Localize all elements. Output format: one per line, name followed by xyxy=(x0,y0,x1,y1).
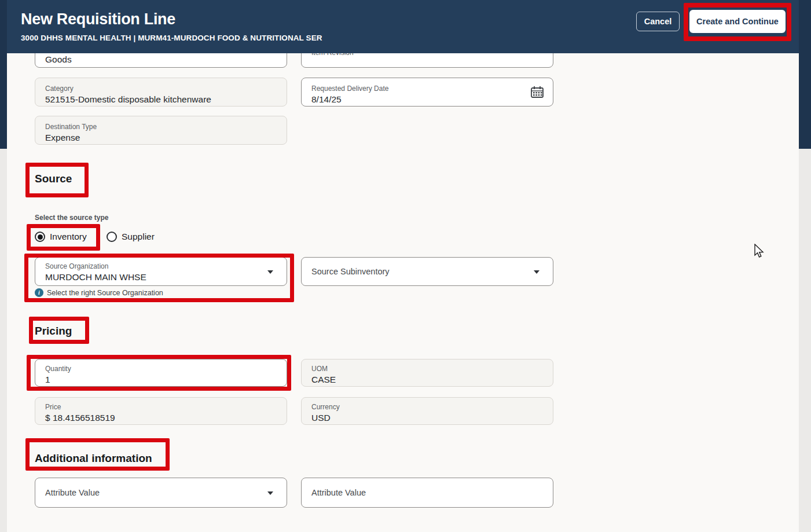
price-field: Price $ 18.4156518519 xyxy=(35,397,287,425)
attribute-value-field[interactable]: Attribute Value xyxy=(301,478,553,508)
currency-field: Currency USD xyxy=(301,397,553,425)
info-icon: i xyxy=(35,288,43,297)
price-value: $ 18.4156518519 xyxy=(45,413,115,423)
attribute-value-dropdown[interactable]: Attribute Value xyxy=(35,478,287,508)
calendar-icon[interactable] xyxy=(530,86,544,98)
radio-supplier-control[interactable] xyxy=(107,232,117,242)
new-requisition-line-page: Goods Item Revision Category 521515-Dome… xyxy=(0,0,811,532)
radio-selected-dot xyxy=(38,234,43,240)
requested-delivery-date-field[interactable]: Requested Delivery Date 8/14/25 xyxy=(301,78,553,107)
radio-inventory[interactable]: Inventory xyxy=(35,232,87,242)
radio-supplier[interactable]: Supplier xyxy=(107,232,155,242)
mouse-pointer xyxy=(754,244,765,259)
uom-field: UOM CASE xyxy=(301,359,553,387)
modal-header: New Requisition Line 3000 DHHS MENTAL HE… xyxy=(7,0,799,53)
category-field: Category 521515-Domestic disposable kitc… xyxy=(35,78,287,107)
destination-type-label: Destination Type xyxy=(45,123,97,131)
requested-delivery-date-label: Requested Delivery Date xyxy=(311,85,388,93)
source-organization-label: Source Organization xyxy=(45,262,108,270)
source-type-label: Select the source type xyxy=(35,214,108,222)
quantity-label: Quantity xyxy=(45,365,71,373)
radio-supplier-label: Supplier xyxy=(122,232,155,242)
pricing-section-heading: Pricing xyxy=(35,325,72,337)
page-subtitle: 3000 DHHS MENTAL HEALTH | MURM41-MURDOCH… xyxy=(21,34,322,42)
source-subinventory-label: Source Subinventory xyxy=(311,258,390,285)
chevron-down-icon[interactable] xyxy=(267,270,273,274)
chevron-down-icon[interactable] xyxy=(267,491,273,495)
source-section-heading: Source xyxy=(35,173,72,185)
radio-inventory-control[interactable] xyxy=(35,232,45,242)
page-title: New Requisition Line xyxy=(21,10,175,28)
source-organization-help: i Select the right Source Organization xyxy=(35,288,163,297)
source-organization-value: MURDOCH MAIN WHSE xyxy=(45,272,146,282)
quantity-value: 1 xyxy=(45,375,50,385)
requested-delivery-date-value: 8/14/25 xyxy=(311,94,342,105)
additional-information-heading: Additional information xyxy=(35,452,152,465)
attribute-value-dropdown-label: Attribute Value xyxy=(45,478,100,507)
cancel-button[interactable]: Cancel xyxy=(636,12,680,31)
create-and-continue-button[interactable]: Create and Continue xyxy=(689,10,786,33)
item-type-value: Goods xyxy=(45,54,72,65)
chevron-down-icon[interactable] xyxy=(534,270,540,274)
destination-type-field: Destination Type Expense xyxy=(35,116,287,145)
radio-inventory-label: Inventory xyxy=(50,232,87,242)
source-subinventory-dropdown[interactable]: Source Subinventory xyxy=(301,257,553,286)
currency-label: Currency xyxy=(311,403,340,411)
quantity-field[interactable]: Quantity 1 xyxy=(35,359,287,387)
uom-label: UOM xyxy=(311,365,328,373)
uom-value: CASE xyxy=(311,375,336,385)
destination-type-value: Expense xyxy=(45,133,80,143)
category-value: 521515-Domestic disposable kitchenware xyxy=(45,94,211,105)
source-organization-help-text: Select the right Source Organization xyxy=(47,289,163,297)
source-organization-dropdown[interactable]: Source Organization MURDOCH MAIN WHSE xyxy=(35,257,287,286)
category-label: Category xyxy=(45,85,74,93)
attribute-value-field-label: Attribute Value xyxy=(311,478,366,507)
price-label: Price xyxy=(45,403,61,411)
currency-value: USD xyxy=(311,413,331,423)
